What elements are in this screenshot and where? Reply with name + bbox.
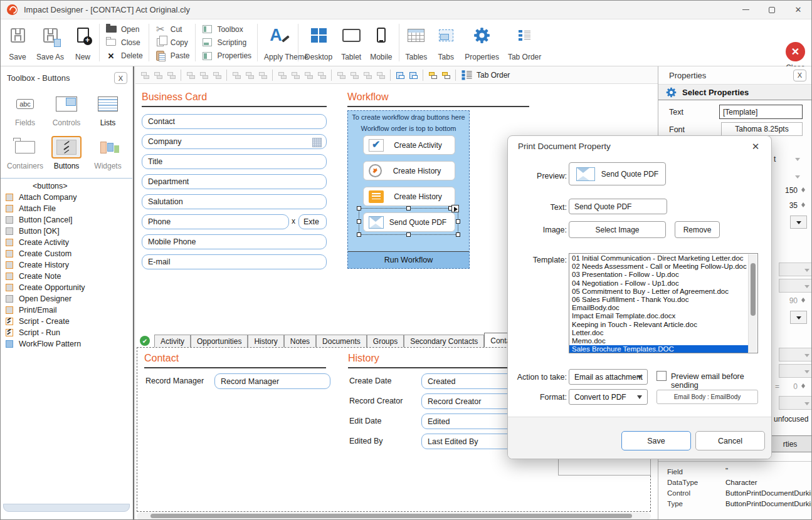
designer-field[interactable]: Company xyxy=(142,134,327,149)
toolbox-category[interactable]: Lists xyxy=(87,93,129,127)
spinner-control[interactable] xyxy=(801,200,806,209)
text-property-input[interactable]: [Template] xyxy=(719,105,803,119)
select-image-button[interactable]: Select Image xyxy=(569,221,666,238)
record-tab[interactable]: Groups xyxy=(367,335,404,347)
dialog-cancel-button[interactable]: Cancel xyxy=(695,431,765,450)
align-middle-icon[interactable] xyxy=(198,70,209,81)
space-v1-icon[interactable] xyxy=(335,70,347,81)
close-file-button[interactable]: Close xyxy=(105,36,143,49)
space-h4-icon[interactable] xyxy=(316,70,327,81)
resize-handle[interactable] xyxy=(406,232,411,237)
cut-button[interactable]: Cut xyxy=(155,23,190,36)
designer-field[interactable]: Contact xyxy=(142,114,327,129)
toolbox-list-item[interactable]: Script - Run xyxy=(1,327,132,338)
mobile-view-button[interactable]: Mobile xyxy=(366,21,396,64)
tables-button[interactable]: Tables xyxy=(401,21,432,64)
toolbox-toggle-button[interactable]: Toolbox xyxy=(201,23,251,36)
disabled-combo[interactable] xyxy=(779,364,812,378)
remove-button[interactable]: Remove xyxy=(675,221,720,238)
format-combobox[interactable]: Convert to PDF xyxy=(569,389,648,405)
open-button[interactable]: Open xyxy=(105,23,143,36)
size-both-icon[interactable] xyxy=(257,70,268,81)
dialog-save-button[interactable]: Save xyxy=(621,431,691,450)
dropdown-caret[interactable] xyxy=(795,158,800,164)
panel-splitter[interactable] xyxy=(133,66,134,519)
align-top-icon[interactable] xyxy=(185,70,196,81)
template-item[interactable]: 01 Initial Communication - Direct Market… xyxy=(569,254,748,263)
dropdown-button[interactable] xyxy=(790,311,807,324)
toolbox-list-item[interactable]: WorkFlow Pattern xyxy=(1,338,132,350)
template-item[interactable]: 04 Negotiation - Follow - Up1.doc xyxy=(569,279,748,288)
minimize-button[interactable] xyxy=(732,1,759,19)
copy-button[interactable]: Copy xyxy=(155,36,190,49)
scrollbar-thumb[interactable] xyxy=(150,514,632,518)
maximize-button[interactable] xyxy=(759,1,785,19)
center-vertical-icon[interactable] xyxy=(408,70,419,81)
bring-to-front-icon[interactable] xyxy=(427,70,438,81)
space-v3-icon[interactable] xyxy=(362,70,373,81)
toolbox-list-item[interactable]: Button [OK] xyxy=(1,226,132,237)
template-listbox[interactable]: 01 Initial Communication - Direct Market… xyxy=(569,253,758,353)
record-manager-field[interactable]: Record Manager xyxy=(214,373,330,389)
clipped-properties-button[interactable]: rties xyxy=(766,435,812,452)
template-item[interactable]: 03 Presentation - Follow - Up.doc xyxy=(569,271,748,279)
send-to-back-icon[interactable] xyxy=(440,70,451,81)
align-bottom-icon[interactable] xyxy=(211,70,223,81)
toolbox-list-item[interactable]: Create Note xyxy=(1,271,132,282)
disabled-combo[interactable] xyxy=(779,348,812,361)
template-item[interactable]: 05 Commitment to Buy - Letter of Agreeme… xyxy=(569,288,748,296)
disabled-combo[interactable] xyxy=(779,263,812,276)
workflow-button[interactable]: Create Activity xyxy=(363,135,455,155)
record-tab[interactable]: History xyxy=(248,335,283,347)
center-horizontal-icon[interactable] xyxy=(394,70,406,81)
tab-order-toolbar-button[interactable]: Tab Order xyxy=(461,69,510,81)
template-item[interactable]: Sales Brochure Templates.DOC xyxy=(569,345,748,353)
text-input[interactable]: Send Quote PDF xyxy=(569,199,667,214)
toolbox-category[interactable]: Fields xyxy=(4,93,46,127)
tabs-button[interactable]: Tabs xyxy=(431,21,460,64)
toolbox-list-item[interactable]: Button [Cancel] xyxy=(1,214,132,226)
align-center-icon[interactable] xyxy=(152,70,164,81)
template-item[interactable]: Memo.doc xyxy=(569,337,748,345)
toolbox-list-item[interactable]: Open Designer xyxy=(1,293,132,304)
template-item[interactable]: EmailBody.doc xyxy=(569,304,748,312)
toolbox-close-button[interactable]: X xyxy=(114,72,127,84)
apply-theme-button[interactable]: A Apply Theme xyxy=(260,21,296,64)
toolbox-list-item[interactable]: Script - Create xyxy=(1,316,132,327)
workflow-drop-panel[interactable]: To create workflow drag buttons here Wor… xyxy=(347,110,470,269)
preview-email-checkbox[interactable] xyxy=(656,371,667,381)
tablet-view-button[interactable]: Tablet xyxy=(337,21,366,64)
resize-handle[interactable] xyxy=(357,206,361,211)
spinner-control[interactable] xyxy=(801,185,806,194)
toolbox-category[interactable]: Buttons xyxy=(46,136,87,170)
scripting-toggle-button[interactable]: Scripting xyxy=(201,36,251,49)
resize-handle[interactable] xyxy=(456,232,460,237)
save-button[interactable]: Save xyxy=(3,21,32,64)
space-h2-icon[interactable] xyxy=(290,70,301,81)
disabled-combo[interactable] xyxy=(779,279,812,293)
toolbox-category[interactable]: Containers xyxy=(4,136,46,170)
workflow-button[interactable]: Create History xyxy=(363,187,455,206)
designer-field[interactable]: Title xyxy=(142,154,327,169)
window-close-button[interactable] xyxy=(785,1,811,19)
toolbox-list-item[interactable]: Create Activity xyxy=(1,237,132,248)
paste-button[interactable]: Paste xyxy=(155,49,190,63)
list-scrollbar[interactable] xyxy=(748,254,757,352)
new-button[interactable]: New xyxy=(68,21,97,64)
action-combobox[interactable]: Email as attachment xyxy=(569,369,648,385)
template-item[interactable]: Keeping in Touch - Relevant Article.doc xyxy=(569,321,748,329)
resize-handle[interactable] xyxy=(406,206,411,211)
resize-handle[interactable] xyxy=(456,219,460,224)
toolbox-list-item[interactable]: Print/Email xyxy=(1,304,132,316)
toolbox-category[interactable]: Controls xyxy=(46,93,87,127)
toolbox-list-item[interactable]: <buttons> xyxy=(1,180,132,192)
size-width-icon[interactable] xyxy=(231,70,242,81)
designer-field[interactable]: Mobile Phone xyxy=(142,234,327,249)
tab-order-button[interactable]: Tab Order xyxy=(504,21,546,64)
smart-tag-play-icon[interactable] xyxy=(451,205,459,212)
spinner-control[interactable] xyxy=(801,382,806,390)
dialog-close-icon[interactable]: ✕ xyxy=(749,140,762,153)
save-as-button[interactable]: Save As xyxy=(32,21,68,64)
resize-handle[interactable] xyxy=(357,232,361,237)
designer-field[interactable]: Department xyxy=(142,174,327,189)
